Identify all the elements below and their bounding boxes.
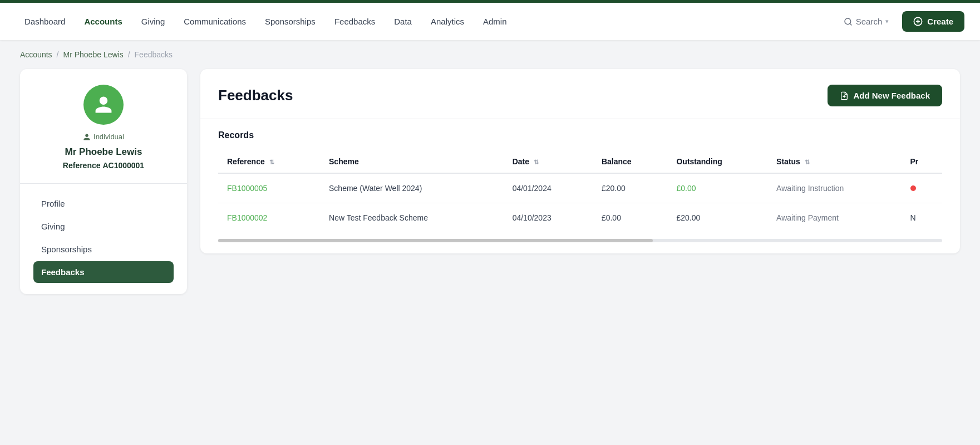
cell-pr-2: N xyxy=(902,203,943,233)
feedbacks-table: Reference ⇅ Scheme Date ⇅ xyxy=(218,150,942,232)
cell-outstanding-1: £0.00 xyxy=(667,173,767,203)
sidebar-item-sponsorships[interactable]: Sponsorships xyxy=(33,238,174,260)
nav-item-accounts[interactable]: Accounts xyxy=(75,12,131,31)
topbar: Dashboard Accounts Giving Communications… xyxy=(0,0,980,40)
sidebar-item-feedbacks[interactable]: Feedbacks xyxy=(33,261,174,283)
person-reference: Reference AC1000001 xyxy=(33,161,174,170)
cell-date-2: 04/10/2023 xyxy=(504,203,593,233)
nav-item-dashboard[interactable]: Dashboard xyxy=(16,12,74,31)
breadcrumb-person[interactable]: Mr Phoebe Lewis xyxy=(63,50,123,59)
table-row: FB1000002 New Test Feedback Scheme 04/10… xyxy=(218,203,942,233)
sidebar-item-giving[interactable]: Giving xyxy=(33,216,174,237)
create-button[interactable]: Create xyxy=(902,11,964,32)
breadcrumb-sep-2: / xyxy=(128,50,130,59)
scrollbar-track[interactable] xyxy=(218,239,942,242)
feedback-link-1[interactable]: FB1000005 xyxy=(227,184,267,193)
cell-status-2: Awaiting Payment xyxy=(767,203,901,233)
status-indicator-red xyxy=(910,185,916,191)
nav-item-communications[interactable]: Communications xyxy=(175,12,255,31)
individual-icon xyxy=(83,133,91,141)
search-icon xyxy=(844,17,853,26)
cell-outstanding-2: £20.00 xyxy=(667,203,767,233)
main-layout: Individual Mr Phoebe Lewis Reference AC1… xyxy=(0,69,980,314)
feedback-link-2[interactable]: FB1000002 xyxy=(227,213,267,222)
col-scheme: Scheme xyxy=(320,150,504,173)
sidebar-card: Individual Mr Phoebe Lewis Reference AC1… xyxy=(20,69,187,294)
breadcrumb-current: Feedbacks xyxy=(135,50,173,59)
add-feedback-button[interactable]: Add New Feedback xyxy=(828,85,942,106)
plus-circle-icon xyxy=(913,17,923,26)
cell-pr-1 xyxy=(902,173,943,203)
sort-icon-date: ⇅ xyxy=(534,159,539,165)
col-balance: Balance xyxy=(593,150,668,173)
col-status[interactable]: Status ⇅ xyxy=(767,150,901,173)
user-avatar-icon xyxy=(93,95,114,115)
sidebar-item-profile[interactable]: Profile xyxy=(33,193,174,214)
scrollbar-area xyxy=(200,232,960,253)
nav-item-giving[interactable]: Giving xyxy=(132,12,174,31)
nav-item-admin[interactable]: Admin xyxy=(474,12,516,31)
col-date[interactable]: Date ⇅ xyxy=(504,150,593,173)
col-outstanding: Outstanding xyxy=(667,150,767,173)
topbar-right: Search ▾ Create xyxy=(837,11,964,32)
breadcrumb-accounts[interactable]: Accounts xyxy=(20,50,52,59)
cell-reference-2[interactable]: FB1000002 xyxy=(218,203,320,233)
breadcrumb: Accounts / Mr Phoebe Lewis / Feedbacks xyxy=(0,40,980,69)
document-plus-icon xyxy=(840,91,849,100)
sidebar-divider xyxy=(20,183,187,184)
main-nav: Dashboard Accounts Giving Communications… xyxy=(16,12,835,31)
cell-balance-1: £20.00 xyxy=(593,173,668,203)
cell-scheme-2: New Test Feedback Scheme xyxy=(320,203,504,233)
content-header: Feedbacks Add New Feedback xyxy=(200,69,960,119)
table-row: FB1000005 Scheme (Water Well 2024) 04/01… xyxy=(218,173,942,203)
page-title: Feedbacks xyxy=(218,87,293,104)
col-pr: Pr xyxy=(902,150,943,173)
table-header-row: Reference ⇅ Scheme Date ⇅ xyxy=(218,150,942,173)
col-reference[interactable]: Reference ⇅ xyxy=(218,150,320,173)
person-name: Mr Phoebe Lewis xyxy=(33,146,174,158)
sort-icon-reference: ⇅ xyxy=(269,159,274,165)
search-button[interactable]: Search ▾ xyxy=(837,12,896,31)
nav-item-sponsorships[interactable]: Sponsorships xyxy=(256,12,324,31)
individual-badge: Individual xyxy=(33,133,174,141)
content-area: Feedbacks Add New Feedback Records Refer… xyxy=(200,69,960,253)
scrollbar-thumb[interactable] xyxy=(218,239,653,242)
cell-status-1: Awaiting Instruction xyxy=(767,173,901,203)
sidebar-nav: Profile Giving Sponsorships Feedbacks xyxy=(33,193,174,283)
table-wrapper: Reference ⇅ Scheme Date ⇅ xyxy=(218,150,942,232)
records-title: Records xyxy=(218,130,942,140)
sort-icon-status: ⇅ xyxy=(805,159,810,165)
cell-balance-2: £0.00 xyxy=(593,203,668,233)
breadcrumb-sep-1: / xyxy=(57,50,59,59)
avatar-wrapper xyxy=(33,85,174,125)
records-section: Records Reference ⇅ Scheme xyxy=(200,119,960,232)
nav-item-data[interactable]: Data xyxy=(385,12,421,31)
nav-item-feedbacks[interactable]: Feedbacks xyxy=(326,12,384,31)
avatar xyxy=(83,85,124,125)
cell-date-1: 04/01/2024 xyxy=(504,173,593,203)
nav-item-analytics[interactable]: Analytics xyxy=(422,12,473,31)
search-chevron-icon: ▾ xyxy=(885,18,889,25)
svg-line-1 xyxy=(850,23,851,25)
cell-scheme-1: Scheme (Water Well 2024) xyxy=(320,173,504,203)
cell-reference-1[interactable]: FB1000005 xyxy=(218,173,320,203)
content-card: Feedbacks Add New Feedback Records Refer… xyxy=(200,69,960,253)
